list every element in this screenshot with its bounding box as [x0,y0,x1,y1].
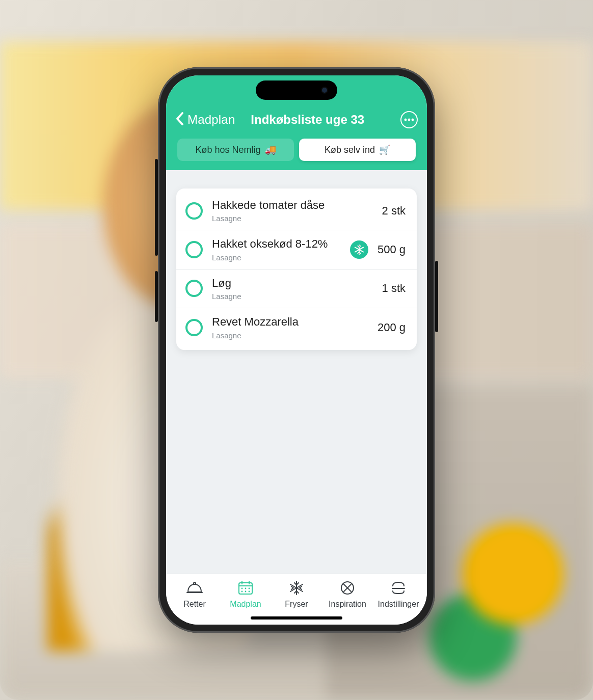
item-source: Lasagne [212,214,373,223]
home-indicator[interactable] [251,616,342,620]
more-icon [404,118,414,121]
tab-label: Fryser [285,600,308,609]
snowflake-icon [354,244,365,255]
chevron-left-icon [175,112,184,128]
item-source: Lasagne [212,331,368,340]
svg-point-14 [249,588,250,589]
svg-point-17 [249,591,250,593]
tab-label: Retter [183,600,206,609]
list-item[interactable]: Hakkede tomater dåse Lasagne 2 stk [176,192,417,230]
phone-frame: Madplan Indkøbsliste uge 33 Køb hos Neml… [158,67,435,633]
item-quantity: 1 stk [382,282,406,295]
item-source: Lasagne [212,253,341,262]
page-title: Indkøbsliste uge 33 [218,113,397,127]
item-name: Hakket oksekød 8-12% [212,237,341,251]
checkbox[interactable] [185,319,203,336]
freezer-badge [350,240,368,259]
purchase-segment: Køb hos Nemlig 🚚 Køb selv ind 🛒 [166,139,427,161]
cloche-icon [186,579,203,597]
tab-inspiration[interactable]: Inspiration [322,579,373,609]
checkbox[interactable] [185,241,203,258]
item-quantity: 500 g [378,243,406,256]
snowflake-icon [289,579,304,597]
shopping-cart-icon: 🛒 [379,144,390,155]
delivery-truck-icon: 🚚 [265,144,276,155]
tab-fryser[interactable]: Fryser [271,579,322,609]
utensils-icon [340,579,355,597]
svg-point-16 [245,591,247,593]
calendar-icon [237,579,254,597]
dynamic-island [256,80,337,100]
shopping-list-card: Hakkede tomater dåse Lasagne 2 stk Hakke… [176,189,417,350]
buy-nemlig-button[interactable]: Køb hos Nemlig 🚚 [177,139,294,161]
list-item[interactable]: Hakket oksekød 8-12% Lasagne [176,230,417,268]
tab-label: Inspiration [329,600,366,609]
svg-point-7 [194,582,196,584]
checkbox[interactable] [185,280,203,297]
buy-self-button[interactable]: Køb selv ind 🛒 [299,139,416,161]
buy-self-label: Køb selv ind [325,145,375,155]
svg-point-2 [412,119,414,121]
app-screen: Madplan Indkøbsliste uge 33 Køb hos Neml… [166,75,427,625]
shopping-list-content[interactable]: Hakkede tomater dåse Lasagne 2 stk Hakke… [166,170,427,574]
item-source: Lasagne [212,292,373,301]
list-item[interactable]: Løg Lasagne 1 stk [176,269,417,308]
buy-nemlig-label: Køb hos Nemlig [195,145,260,155]
tab-madplan[interactable]: Madplan [220,579,271,609]
item-name: Revet Mozzarella [212,315,368,329]
list-item[interactable]: Revet Mozzarella Lasagne 200 g [176,308,417,346]
svg-point-15 [241,591,243,593]
tab-label: Indstillinger [378,600,419,609]
tab-indstillinger[interactable]: Indstillinger [373,579,424,609]
burger-icon [390,579,407,597]
tab-retter[interactable]: Retter [169,579,220,609]
svg-point-1 [408,119,411,121]
tab-label: Madplan [230,600,261,609]
svg-point-13 [245,588,247,589]
item-quantity: 2 stk [382,204,406,218]
item-name: Løg [212,277,373,290]
more-button[interactable] [400,111,418,128]
item-name: Hakkede tomater dåse [212,199,373,212]
item-quantity: 200 g [378,321,406,334]
checkbox[interactable] [185,202,203,220]
svg-point-0 [405,119,407,121]
svg-point-12 [241,588,243,589]
